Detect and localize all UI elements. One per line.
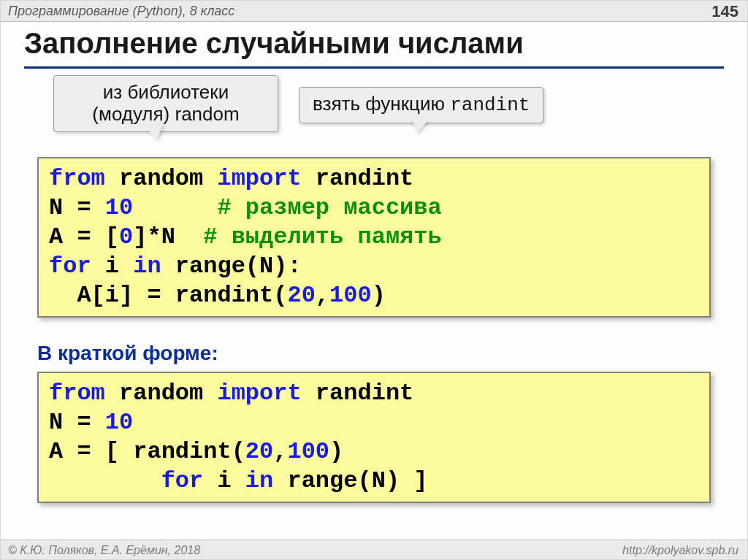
title-underline [24, 66, 724, 69]
callout-function-text: взять функцию [313, 93, 450, 115]
slide: Программирование (Python), 8 класс 145 З… [0, 0, 748, 560]
callout-library-line2: (модуля) random [92, 103, 239, 125]
code-block-1: from random import randint N = 10 # разм… [37, 157, 711, 318]
footer-bar: © К.Ю. Поляков, Е.А. Ерёмин, 2018 http:/… [1, 540, 747, 559]
callout-library-line1: из библиотеки [103, 81, 229, 103]
callout-tail-icon [145, 124, 165, 142]
callout-library: из библиотеки (модуля) random [53, 75, 278, 132]
course-title: Программирование (Python), 8 класс [8, 4, 234, 19]
callout-function-code: randint [450, 94, 530, 116]
short-form-heading: В краткой форме: [37, 342, 218, 365]
callout-tail-icon [408, 117, 428, 134]
code-block-2: from random import randint N = 10 A = [ … [37, 372, 711, 503]
callout-function: взять функцию randint [299, 87, 543, 123]
footer-url: http://kpolyakov.spb.ru [622, 544, 739, 557]
top-bar: Программирование (Python), 8 класс 145 [1, 1, 747, 22]
page-number: 145 [711, 2, 739, 21]
footer-authors: © К.Ю. Поляков, Е.А. Ерёмин, 2018 [8, 544, 200, 557]
slide-title: Заполнение случайными числами [24, 27, 524, 60]
